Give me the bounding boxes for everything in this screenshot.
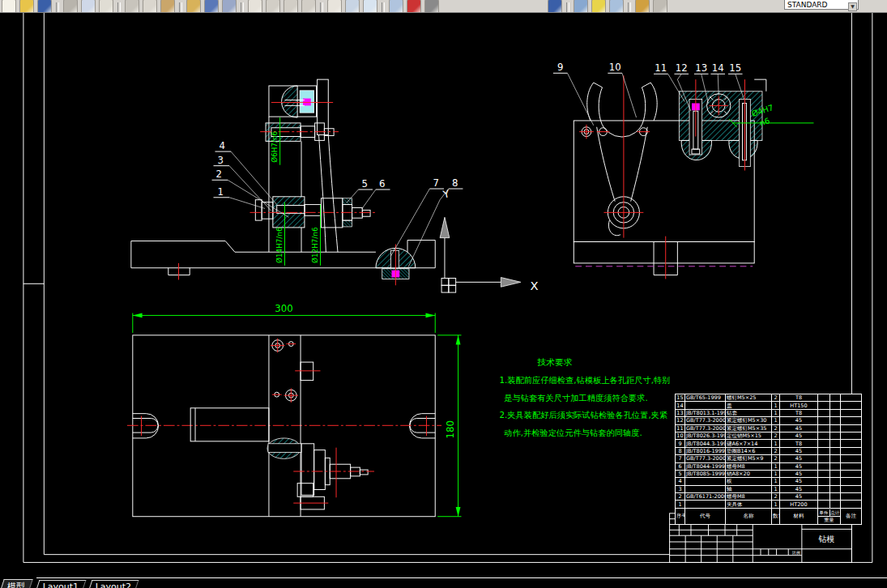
zoom-previous-icon[interactable] (301, 0, 316, 13)
render-icon[interactable] (574, 0, 588, 13)
scale-label: 比例 (792, 550, 800, 556)
notes-line-1: 1.装配前应仔细检查,钻模板上各孔距尺寸,特别 (499, 375, 670, 385)
match-properties-icon[interactable] (186, 0, 201, 13)
bom-cell: 1 (772, 501, 780, 508)
layers-states-icon[interactable] (389, 0, 403, 13)
bom-header-code: 代号 (685, 508, 726, 524)
color-control-icon[interactable] (407, 0, 421, 13)
undo-icon[interactable] (204, 0, 219, 13)
bom-row: 6JB/T8044-1999螺母M8145 (676, 462, 862, 470)
bom-cell: 1 (772, 485, 780, 492)
notes-line-4: 动作,并检验定位元件与钻套的同轴度. (503, 428, 642, 437)
callout-13: 13 (695, 62, 707, 74)
plot-icon[interactable] (63, 0, 78, 13)
bom-cell (818, 440, 830, 447)
x-axis-label: X (531, 279, 539, 292)
bom-cell: GB/T65-1999 (685, 394, 726, 402)
bom-cell (841, 440, 862, 447)
bom-header-qty: 数量 (772, 508, 780, 524)
bom-cell: T8 (780, 394, 818, 402)
grid-icon[interactable] (424, 0, 439, 13)
new-file-icon[interactable] (2, 0, 16, 13)
technical-notes: 技术要求 1.装配前应仔细检查,钻模板上各孔距尺寸,特别 是与钻套有关尺寸加工精… (499, 357, 670, 437)
zoom-realtime-icon[interactable] (266, 0, 280, 13)
front-view[interactable]: Ø6H7/n6 Ø14H7/n6 Ø12H7/n6 (131, 79, 435, 285)
sheet-set-icon[interactable] (609, 0, 624, 13)
help-icon[interactable] (548, 0, 562, 13)
bom-cell: HT150 (780, 402, 818, 409)
text-style-combo-value: STANDARD (787, 1, 828, 9)
bom-cell (841, 417, 862, 424)
save-icon[interactable] (37, 0, 52, 13)
side-view[interactable]: Ø4H7 n6 (574, 75, 813, 279)
bom-cell: 2 (676, 493, 685, 501)
bom-cell (841, 409, 862, 416)
bom-header-total: 总计 (829, 509, 841, 517)
notes-line-3: 2.夹具装配好后须实际试钻检验各孔位置,夹紧 (499, 411, 667, 420)
bom-row: 3轴145 (676, 485, 862, 492)
bom-cell: 14 (676, 402, 685, 409)
drawing-canvas[interactable]: Ø6H7/n6 Ø14H7/n6 Ø12H7/n6 1 2 3 (0, 13, 887, 577)
bom-cell: 13 (676, 409, 685, 416)
bom-cell: 紧定螺钉M5×35 (726, 424, 772, 432)
table-icon[interactable] (345, 0, 360, 13)
bom-cell: 1 (676, 501, 685, 508)
notes-line-2: 是与钻套有关尺寸加工精度须符合要求. (504, 393, 648, 403)
bom-cell: GB/T77.3-2000 (685, 424, 726, 432)
text-style-combo[interactable]: STANDARD ▼ (784, 0, 859, 10)
tab-layout1[interactable]: Layout1 (35, 580, 86, 588)
bom-cell (830, 478, 841, 485)
tool-palettes-icon[interactable] (591, 0, 606, 13)
text-style-icon[interactable] (327, 0, 342, 13)
bom-cell: JB/T8026.3-1999 (685, 432, 726, 439)
layout-tab-bar: 模型 Layout1 Layout2 (0, 577, 887, 588)
bom-cell (841, 493, 862, 501)
bom-cell: JB/T8085-1999 (685, 470, 726, 477)
bom-table: 15GB/T65-1999螺钉M5×252T814盖1HT15013JB/T80… (675, 394, 862, 525)
bom-cell (685, 501, 726, 508)
bom-cell: 45 (780, 455, 818, 462)
spell-icon[interactable] (99, 0, 113, 13)
bom-cell (818, 402, 830, 409)
open-folder-icon[interactable] (19, 0, 34, 13)
callout-1: 1 (218, 186, 224, 198)
bom-cell (818, 394, 830, 402)
bom-cell: 2 (772, 447, 780, 454)
pencil-style-icon[interactable] (635, 0, 650, 13)
bom-cell (818, 432, 830, 439)
bom-cell (841, 447, 862, 454)
bom-header-remark: 备注 (841, 508, 862, 524)
bom-row: 13JB/T8013.1-1999钻套1T8 (676, 409, 862, 416)
paste-icon[interactable] (160, 0, 175, 13)
bom-cell (841, 432, 862, 439)
plan-view[interactable]: 300 180 (127, 303, 462, 517)
bom-row: 1夹具体1HT200 (676, 501, 862, 508)
bom-cell: 键A6×7×14 (726, 440, 772, 447)
bom-header-no: 序号 (676, 508, 685, 524)
combo-dropdown-arrow[interactable]: ▼ (848, 2, 857, 11)
pan-icon[interactable] (248, 0, 262, 13)
bom-cell: 45 (780, 462, 818, 470)
bom-cell (818, 470, 830, 477)
bom-cell: 1 (772, 462, 780, 470)
bom-cell (830, 455, 841, 462)
preview-icon[interactable] (81, 0, 96, 13)
dim-front-right: Ø12H7/n6 (311, 227, 319, 263)
layer-icon[interactable] (363, 0, 377, 13)
bom-cell: 螺母M8 (726, 493, 772, 501)
zoom-window-icon[interactable] (284, 0, 298, 13)
toolbar-separator (566, 2, 569, 13)
bom-cell (818, 501, 830, 508)
copy-icon[interactable] (143, 0, 157, 13)
callout-3: 3 (218, 155, 224, 166)
bom-cell: 1 (772, 409, 780, 416)
cut-icon[interactable] (125, 0, 139, 13)
bom-cell (830, 470, 841, 477)
bom-row: 5JB/T8085-1999销A8×20145 (676, 470, 862, 477)
dim-style-icon[interactable] (653, 0, 667, 13)
redo-icon[interactable] (222, 0, 237, 13)
tab-layout2[interactable]: Layout2 (88, 580, 139, 588)
bom-cell: 销A8×20 (726, 470, 772, 477)
bom-cell (830, 432, 841, 439)
tab-model[interactable]: 模型 (0, 579, 33, 588)
